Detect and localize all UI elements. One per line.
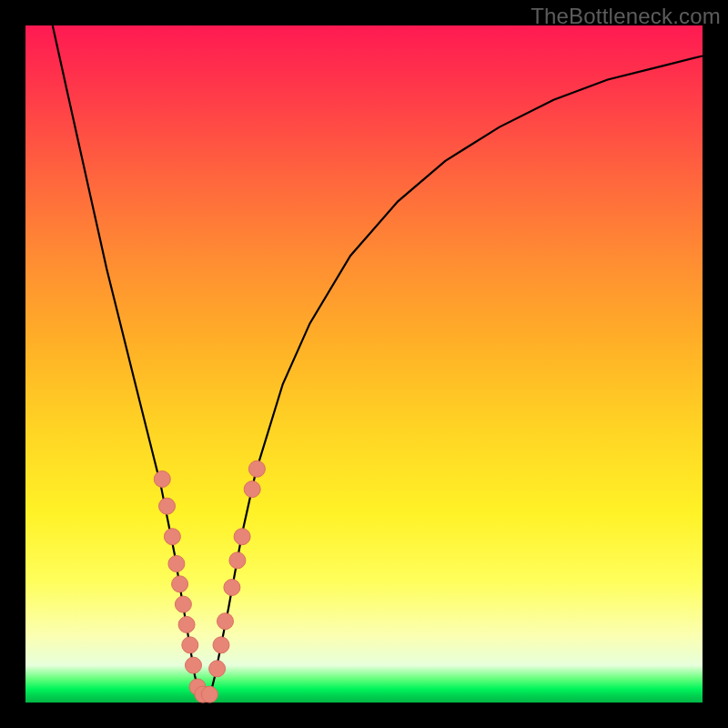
data-point-marker bbox=[229, 552, 246, 569]
data-point-marker bbox=[178, 616, 195, 632]
data-point-marker bbox=[213, 637, 229, 653]
plot-area bbox=[25, 25, 703, 703]
data-point-marker bbox=[248, 460, 265, 477]
data-point-marker bbox=[182, 637, 198, 653]
data-point-marker bbox=[154, 471, 170, 488]
bottleneck-curve bbox=[53, 25, 703, 703]
data-point-marker bbox=[172, 576, 188, 592]
data-point-marker bbox=[209, 661, 226, 677]
data-point-marker bbox=[186, 657, 202, 673]
data-point-marker bbox=[168, 556, 185, 572]
data-point-marker bbox=[201, 686, 217, 703]
data-point-marker bbox=[175, 596, 191, 612]
markers-right bbox=[201, 460, 265, 703]
data-point-marker bbox=[159, 498, 176, 514]
chart-frame: TheBottleneck.com bbox=[0, 0, 728, 728]
data-point-marker bbox=[234, 529, 250, 545]
data-point-marker bbox=[224, 580, 240, 596]
data-point-marker bbox=[164, 529, 180, 545]
data-point-marker bbox=[217, 613, 234, 630]
chart-svg bbox=[25, 25, 703, 703]
data-point-marker bbox=[244, 481, 260, 498]
markers-left bbox=[154, 471, 211, 703]
